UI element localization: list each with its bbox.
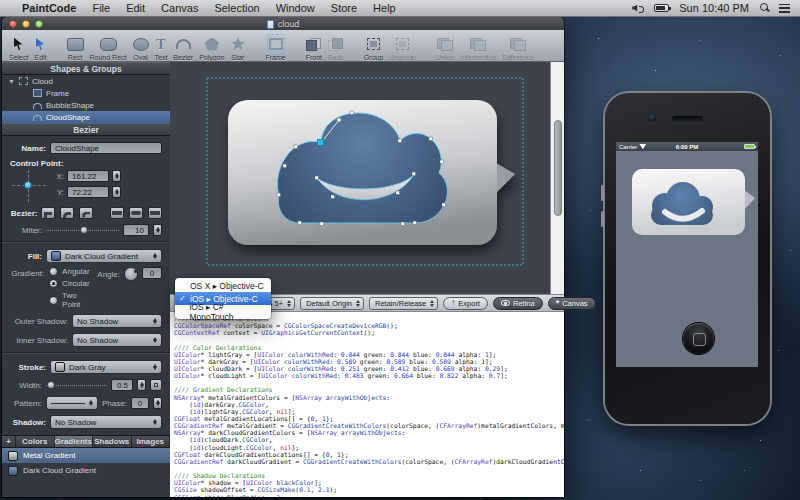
join-round-button[interactable] [60, 207, 74, 219]
gradient-swatch [8, 466, 18, 476]
frame-icon [269, 38, 283, 50]
code-line: //// Gradient Declarations [174, 386, 564, 393]
menu-item-edit[interactable]: Edit [126, 2, 145, 14]
menu-item-selection[interactable]: Selection [214, 2, 259, 14]
control-point-handle[interactable] [24, 181, 32, 189]
gradient-type-radios: AngularCircularTwo Point [49, 267, 92, 309]
join-bevel-button[interactable] [79, 207, 93, 219]
union-icon [437, 38, 453, 51]
tool-group[interactable]: Group [361, 31, 386, 61]
canvas-button[interactable]: *Canvas [548, 297, 596, 310]
origin-popup[interactable]: Default Origin [300, 297, 364, 310]
code-line: CGColorSpaceRef colorSpace = CGColorSpac… [174, 322, 564, 329]
tree-item-cloudshape[interactable]: CloudShape [2, 111, 170, 123]
stroke-popup[interactable]: Dark Gray [50, 360, 162, 374]
x-field[interactable]: 161.22 [67, 170, 109, 182]
cap-square-button[interactable] [148, 207, 162, 219]
spotlight-icon[interactable] [759, 3, 769, 13]
pattern-popup[interactable] [46, 396, 98, 410]
shapes-tree: ▼CloudFrameBubbleShapeCloudShape [2, 75, 170, 123]
gradient-item[interactable]: Dark Cloud Gradient [2, 463, 170, 478]
tree-item-cloud[interactable]: ▼Cloud [2, 75, 170, 87]
control-point-widget[interactable] [10, 168, 48, 204]
menu-item-canvas[interactable]: Canvas [161, 2, 198, 14]
menu-item-store[interactable]: Store [331, 2, 357, 14]
radio-icon[interactable] [49, 267, 58, 276]
disclosure-triangle-icon[interactable]: ▼ [8, 78, 15, 85]
tool-text[interactable]: TText [152, 31, 171, 61]
gradient-option-two-point[interactable]: Two Point [49, 291, 92, 309]
tab-images[interactable]: Images [132, 436, 171, 447]
stroke-options-button[interactable] [150, 379, 162, 391]
width-stepper[interactable] [137, 379, 146, 391]
width-slider[interactable] [46, 380, 107, 390]
miter-stepper[interactable] [153, 224, 162, 236]
miter-label: Miter: [10, 226, 42, 235]
angle-knob[interactable] [124, 267, 138, 281]
menu-option[interactable]: OS X ▸ Objective-C [175, 279, 271, 292]
tab-colors[interactable]: Colors [16, 436, 55, 447]
tab-shadows[interactable]: Shadows [93, 436, 132, 447]
miter-slider[interactable] [46, 225, 119, 235]
shadow-popup[interactable]: No Shadow [50, 415, 162, 429]
radio-icon[interactable] [49, 296, 58, 305]
width-field[interactable]: 0.5 [111, 379, 133, 391]
angle-field[interactable]: 0 [142, 267, 162, 279]
phase-field[interactable]: 0 [131, 397, 149, 409]
volume-icon[interactable] [632, 4, 644, 13]
notification-center-icon[interactable] [779, 4, 790, 13]
tool-bezier[interactable]: Bezier [170, 31, 196, 61]
inner-shadow-label: Inner Shadow: [10, 336, 68, 345]
window-title: cloud [2, 19, 564, 29]
menu-item-window[interactable]: Window [276, 2, 315, 14]
tool-edit[interactable]: Edit [31, 31, 49, 61]
retina-button[interactable]: Retina [493, 297, 543, 310]
tool-star[interactable]: Star [227, 31, 248, 61]
inner-shadow-popup[interactable]: No Shadow [72, 333, 162, 347]
gradient-item[interactable]: Metal Gradient [2, 448, 170, 463]
menu-item-paintcode[interactable]: PaintCode [22, 2, 76, 14]
gradient-option-angular[interactable]: Angular [49, 267, 92, 276]
tool-select[interactable]: Select [6, 31, 31, 61]
menu-clock[interactable]: Sun 10:40 PM [679, 2, 749, 14]
scrollbar-thumb[interactable] [554, 120, 562, 216]
frame-icon [33, 89, 42, 97]
miter-field[interactable]: 10 [123, 224, 149, 236]
gradient-option-circular[interactable]: Circular [49, 279, 92, 288]
y-stepper[interactable] [112, 186, 121, 198]
tool-polygon[interactable]: Polygon [196, 31, 227, 61]
tab-gradients[interactable]: Gradients [55, 436, 94, 447]
tool-round-rect[interactable]: Round Rect [87, 31, 130, 61]
gear-icon: * [556, 299, 560, 308]
phase-stepper[interactable] [153, 397, 162, 409]
stroke-label: Stroke: [10, 363, 46, 372]
design-canvas[interactable] [170, 62, 550, 294]
menu-option[interactable]: iOS ▸ C# MonoTouch [175, 305, 271, 318]
tool-front[interactable]: Front [303, 31, 325, 61]
name-field[interactable]: CloudShape [50, 142, 162, 154]
y-field[interactable]: 72.22 [67, 186, 109, 198]
join-miter-button[interactable] [41, 207, 55, 219]
canvas-scrollbar[interactable] [550, 62, 564, 294]
battery-icon[interactable] [654, 4, 669, 12]
eye-icon [501, 300, 510, 306]
outer-shadow-popup[interactable]: No Shadow [72, 314, 162, 328]
difference-icon [510, 38, 526, 51]
fill-popup[interactable]: Dark Cloud Gradient [46, 249, 162, 263]
add-library-item-button[interactable]: + [2, 436, 16, 447]
title-bar[interactable]: cloud [2, 17, 564, 30]
tool-oval[interactable]: Oval [130, 31, 152, 61]
memory-popup[interactable]: Retain/Release [369, 297, 438, 310]
cap-butt-button[interactable] [110, 207, 124, 219]
menu-item-file[interactable]: File [92, 2, 110, 14]
cap-round-button[interactable] [129, 207, 143, 219]
tree-item-bubbleshape[interactable]: BubbleShape [2, 99, 170, 111]
generated-code-view[interactable]: //// General DeclarationsCGColorSpaceRef… [170, 312, 564, 497]
export-button[interactable]: ↑Export [443, 297, 488, 310]
menu-item-help[interactable]: Help [373, 2, 396, 14]
tool-rect[interactable]: Rect [64, 31, 87, 61]
tree-item-frame[interactable]: Frame [2, 87, 170, 99]
x-stepper[interactable] [112, 170, 121, 182]
radio-icon[interactable] [49, 279, 58, 288]
tool-frame[interactable]: Frame [262, 31, 288, 61]
